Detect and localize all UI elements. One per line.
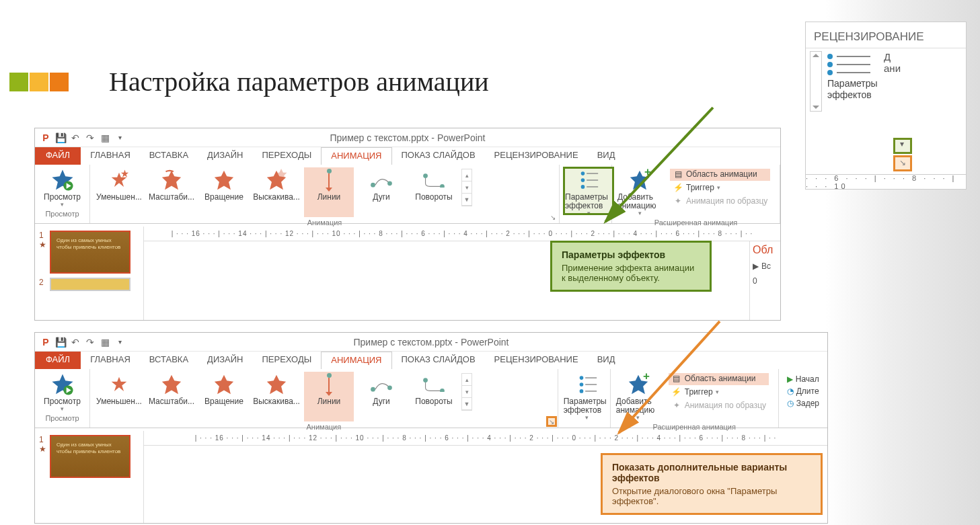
tab-design[interactable]: ДИЗАЙН	[198, 147, 252, 165]
tab-file[interactable]: ФАЙЛ	[35, 147, 81, 165]
anim-lines[interactable]: Линии	[304, 372, 354, 421]
tab-file[interactable]: ФАЙЛ	[35, 352, 81, 369]
anim-arcs[interactable]: Дуги	[356, 167, 406, 217]
animation-dialog-launcher[interactable]: ↘	[548, 212, 558, 222]
app-icon: P	[39, 131, 52, 145]
tab-transitions[interactable]: ПЕРЕХОДЫ	[253, 147, 322, 165]
anim-scale[interactable]: Масштаби...	[147, 167, 196, 217]
dropdown-icon: ▾	[587, 210, 591, 217]
effect-options-dropdown-highlight[interactable]	[893, 138, 912, 154]
svg-point-30	[371, 387, 375, 391]
anim-rotate[interactable]: Вращение	[199, 167, 249, 217]
arrow-green	[599, 101, 733, 245]
preview-button[interactable]: Просмотр ▾	[39, 167, 85, 208]
anim-lines[interactable]: Линии	[304, 167, 354, 217]
thumbnail-2[interactable]: 2	[39, 278, 139, 291]
animation-pane-sliver: Обл ▶ Вс 0	[749, 241, 780, 320]
slideshow-icon[interactable]: ▦	[98, 335, 112, 349]
anim-turns[interactable]: Повороты	[409, 167, 459, 217]
svg-point-33	[440, 389, 445, 393]
accent-block	[30, 73, 48, 91]
group-preview: Просмотр ▾ Просмотр	[35, 165, 90, 223]
inset-tab-label: РЕЦЕНЗИРОВАНИЕ	[806, 26, 966, 48]
timing-duration[interactable]: ◔Длите	[787, 387, 819, 396]
group-animation: Уменьшен... Масштаби... Вращение Выскаки…	[90, 165, 560, 223]
anim-arcs[interactable]: Дуги	[356, 372, 406, 421]
gallery-scrollbar[interactable]: ▴▾▼	[461, 169, 472, 206]
arrow-orange	[612, 315, 733, 445]
tooltip-title: Показать дополнительные варианты эффекто…	[612, 462, 811, 483]
group-preview: Просмотр ▾ Просмотр	[35, 369, 90, 428]
undo-icon[interactable]: ↶	[69, 131, 82, 145]
save-icon[interactable]: 💾	[54, 335, 67, 349]
page-title: Настройка параметров анимации	[109, 66, 489, 97]
svg-line-43	[619, 321, 720, 433]
dialog-launcher-highlight[interactable]	[893, 155, 912, 171]
anim-bounce[interactable]: Выскакива...	[252, 167, 301, 217]
tab-insert[interactable]: ВСТАВКА	[140, 352, 198, 369]
svg-point-13	[581, 171, 585, 175]
tooltip-body: Открытие диалогового окна "Параметры эфф…	[612, 486, 777, 506]
tooltip-effect-options: Параметры эффектов Применение эффекта ан…	[550, 241, 712, 292]
tab-home[interactable]: ГЛАВНАЯ	[81, 352, 140, 369]
svg-point-31	[387, 385, 392, 390]
timing-delay[interactable]: ◷Задер	[787, 399, 819, 408]
svg-marker-6	[215, 171, 233, 190]
gallery-scrollbar[interactable]	[810, 51, 822, 112]
tab-slideshow[interactable]: ПОКАЗ СЛАЙДОВ	[392, 352, 485, 369]
anim-scale[interactable]: Масштаби...	[147, 372, 196, 421]
effect-options-button[interactable]: Параметры эффектов	[827, 51, 881, 112]
tab-design[interactable]: ДИЗАЙН	[198, 352, 252, 369]
anim-turns[interactable]: Повороты	[409, 372, 459, 421]
svg-point-11	[423, 173, 428, 178]
effect-options-button[interactable]: Параметры эффектов ▾	[562, 372, 612, 419]
svg-marker-4	[121, 169, 128, 177]
group-label-preview: Просмотр	[39, 208, 85, 218]
svg-point-12	[440, 184, 445, 188]
thumbnail-1[interactable]: 1★ Один из самых умныхчтобы привлечь кли…	[39, 435, 139, 478]
group-effect-options: Параметры эффектов ▾	[558, 369, 611, 428]
preview-button[interactable]: Просмотр ▾	[39, 372, 85, 413]
timing-start[interactable]: ▶Начал	[787, 374, 819, 384]
accent-block	[9, 73, 28, 91]
qat-customize-icon[interactable]: ▾	[113, 131, 126, 145]
slide-heading-row: Настройка параметров анимации	[9, 66, 489, 97]
play-row[interactable]: ▶ Вс	[753, 261, 778, 271]
accent-blocks	[9, 73, 69, 91]
anim-shrink[interactable]: Уменьшен...	[94, 372, 144, 421]
pane-header: Обл	[753, 244, 778, 256]
tab-review[interactable]: РЕЦЕНЗИРОВАНИЕ	[485, 352, 588, 369]
svg-point-32	[423, 378, 428, 382]
slideshow-icon[interactable]: ▦	[98, 131, 112, 145]
qat-customize-icon[interactable]: ▾	[113, 335, 126, 349]
star-play-icon	[51, 169, 74, 192]
tab-home[interactable]: ГЛАВНАЯ	[81, 147, 140, 165]
svg-point-36	[579, 382, 583, 387]
tab-animation[interactable]: АНИМАЦИЯ	[321, 147, 391, 165]
tab-slideshow[interactable]: ПОКАЗ СЛАЙДОВ	[392, 147, 485, 165]
redo-icon[interactable]: ↷	[83, 335, 97, 349]
tab-insert[interactable]: ВСТАВКА	[140, 147, 198, 165]
redo-icon[interactable]: ↷	[83, 131, 97, 145]
animation-dialog-launcher[interactable]: ↘	[547, 417, 556, 426]
inset-cropped-text: Д ани	[884, 51, 901, 112]
tab-animation[interactable]: АНИМАЦИЯ	[321, 352, 391, 369]
tooltip-body: Применение эффекта анимации к выделенном…	[562, 263, 694, 283]
anim-rotate[interactable]: Вращение	[199, 372, 249, 421]
anim-bounce[interactable]: Выскакива...	[252, 372, 301, 421]
svg-marker-27	[162, 375, 181, 394]
svg-line-22	[605, 108, 713, 222]
effect-options-label: Параметры эффектов	[827, 78, 881, 101]
tab-transitions[interactable]: ПЕРЕХОДЫ	[253, 352, 322, 369]
tab-review[interactable]: РЕЦЕНЗИРОВАНИЕ	[485, 147, 588, 165]
gallery-scrollbar[interactable]: ▴▾▼	[461, 373, 472, 411]
tooltip-title: Параметры эффектов	[562, 249, 700, 260]
save-icon[interactable]: 💾	[54, 131, 67, 145]
group-label-animation: Анимация	[94, 217, 555, 227]
accent-block	[50, 73, 69, 91]
app-icon: P	[39, 335, 52, 349]
anim-shrink[interactable]: Уменьшен...	[94, 167, 144, 217]
svg-point-9	[371, 182, 375, 187]
thumbnail-1[interactable]: 1★ Один из самых умныхчтобы привлечь кли…	[39, 231, 139, 274]
undo-icon[interactable]: ↶	[69, 335, 82, 349]
